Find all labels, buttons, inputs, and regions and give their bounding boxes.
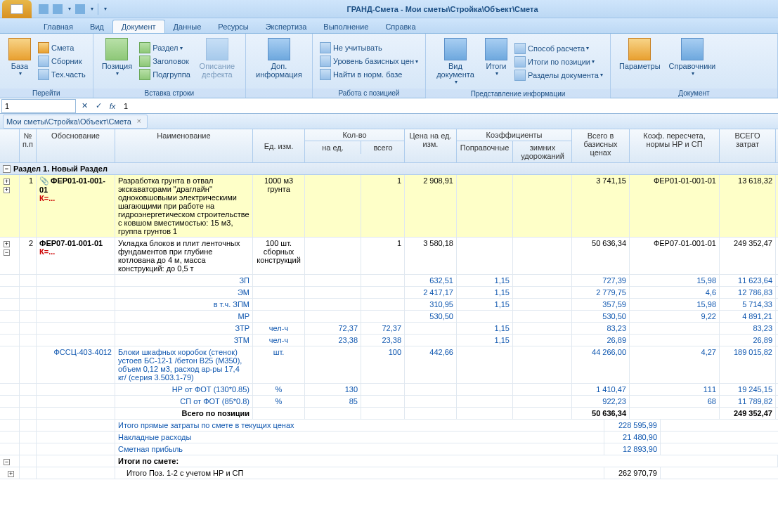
baselevel-button[interactable]: Уровень базисных цен▾ [317,55,421,67]
postotals-button[interactable]: Итоги по позиции▾ [512,56,606,68]
col-qty[interactable]: Кол-во [305,129,404,141]
totals-icon [485,38,507,60]
ribbon: База▾ Смета Сборник Тех.часть Перейти По… [0,34,778,98]
calcmethod-button[interactable]: Способ расчета▾ [512,42,606,55]
collapse-icon[interactable]: − [4,459,10,465]
collapse-icon[interactable]: − [3,165,11,173]
table-row[interactable]: Сметная прибыль 12 893,90 [0,443,778,455]
table-row[interactable]: + Итого Поз. 1-2 с учетом НР и СП 262 97… [0,467,778,479]
params-icon [628,38,651,60]
tab-resources[interactable]: Ресурсы [209,20,257,33]
defect-button[interactable]: Описание дефекта [193,35,241,87]
subgroup-button[interactable]: Подгруппа [136,68,193,81]
table-row[interactable]: ЗТР чел-ч 72,37 72,37 1,15 83,23 83,23 [0,323,778,335]
redo-icon[interactable] [75,4,85,14]
base-icon [8,38,31,60]
table-row[interactable]: ЭМ 2 417,17 1,15 2 779,75 4,6 12 786,83 [0,287,778,299]
table-row[interactable]: ФССЦ-403-4012 Блоки шкафных коробок (сте… [0,346,778,384]
col-kzim[interactable]: зимних удорожаний [513,141,572,162]
table-row[interactable]: СП от ФОТ (85*0.8) % 85 922,23 68 11 789… [0,396,778,408]
ribbon-tabs: Главная Вид Документ Данные Ресурсы Эксп… [0,18,778,34]
grid: № п.п Обоснование Наименование Ед. изм. … [0,129,778,479]
col-koef[interactable]: Коэффициенты [457,129,571,141]
undo-icon[interactable] [53,4,63,14]
table-row[interactable]: НР от ФОТ (130*0.85) % 130 1 410,47 111 … [0,384,778,396]
tab-document[interactable]: Документ [112,20,165,33]
formula-value[interactable]: 1 [119,100,778,112]
confirm-icon[interactable]: ✓ [91,99,105,113]
docview-button[interactable]: Вид документа▾ [430,35,481,88]
ribbon-group-presentation: Вид документа▾ Итоги▾ Способ расчета▾ Ит… [426,34,611,98]
table-row-itogi-header[interactable]: − Итоги по смете: [0,455,778,467]
techpart-button[interactable]: Тех.часть [35,68,89,81]
col-qall[interactable]: всего [361,141,405,154]
tab-expertise[interactable]: Экспертиза [257,20,316,33]
col-price[interactable]: Цена на ед. изм. [405,129,457,162]
header-button[interactable]: Заголовок [136,55,193,67]
totals-button[interactable]: Итоги▾ [481,35,512,88]
table-row[interactable]: МР 530,50 530,50 9,22 4 891,21 [0,311,778,323]
window-title: ГРАНД-Смета - Мои сметы\Стройка\Объект\С… [107,5,778,13]
ignore-button[interactable]: Не учитывать [317,41,421,54]
col-unit[interactable]: Ед. изм. [253,129,305,162]
save-icon[interactable] [39,4,48,14]
col-osn[interactable]: Обоснование [37,129,115,162]
info-icon [268,38,290,60]
dopinfo-button[interactable]: Доп. информация [250,35,308,87]
reference-button[interactable]: Справочники▾ [665,35,720,87]
expand-icon[interactable]: + [8,471,14,477]
app-menu-button[interactable] [2,0,32,18]
docsections-button[interactable]: Разделы документа▾ [512,69,606,82]
expand-icon[interactable]: + [4,241,10,247]
grid-header: № п.п Обоснование Наименование Ед. изм. … [0,129,778,163]
subgroup-icon [139,69,150,80]
chevron-down-icon[interactable]: ▾ [68,6,71,12]
col-kpop[interactable]: Поправочные [457,141,513,162]
collapse-icon[interactable]: − [4,249,10,256]
col-total[interactable]: ВСЕГО затрат [720,129,776,162]
formula-bar: ✕ ✓ fx 1 [0,98,778,114]
table-row[interactable]: ЗТМ чел-ч 23,38 23,38 1,15 26,89 26,89 [0,335,778,346]
tab-help[interactable]: Справка [377,20,424,33]
smeta-button[interactable]: Смета [35,41,89,54]
cancel-icon[interactable]: ✕ [77,99,91,113]
col-base[interactable]: Всего в базисных ценах [572,129,630,162]
method-icon [514,43,526,54]
col-kper[interactable]: Коэф. пересчета, нормы НР и СП [630,129,720,162]
section-header[interactable]: − Раздел 1. Новый Раздел [0,163,778,175]
table-row[interactable]: +− 2 ФЕР07-01-001-01К=... Укладка блоков… [0,238,778,275]
tab-view[interactable]: Вид [82,20,112,33]
table-row[interactable]: ЗП 632,51 1,15 727,39 15,98 11 623,64 [0,275,778,287]
table-row[interactable]: Итого прямые затраты по смете в текущих … [0,420,778,432]
fx-icon[interactable]: fx [105,99,119,113]
table-row[interactable]: в т.ч. ЗПМ 310,95 1,15 357,59 15,98 5 71… [0,299,778,311]
section-button[interactable]: Раздел▾ [136,41,193,54]
col-num[interactable]: № п.п [20,129,37,162]
ribbon-group-info: Доп. информация [246,34,313,98]
findnorm-button[interactable]: Найти в норм. базе [317,68,421,81]
close-icon[interactable]: × [134,117,144,126]
col-name[interactable]: Наименование [115,129,253,162]
document-tabs: Мои сметы\Стройка\Объект\Смета × [0,114,778,129]
table-row-total[interactable]: Всего по позиции 50 636,34 249 352,47 [0,408,778,420]
level-icon [320,56,331,67]
tab-main[interactable]: Главная [35,20,82,33]
breadcrumb-tab[interactable]: Мои сметы\Стройка\Объект\Смета × [3,115,148,129]
col-qed[interactable]: на ед. [305,141,361,154]
table-row[interactable]: Накладные расходы 21 480,90 [0,432,778,443]
base-button[interactable]: База▾ [4,35,35,87]
chevron-down-icon[interactable]: ▾ [91,6,93,12]
params-button[interactable]: Параметры [615,35,665,87]
app-icon [11,4,23,14]
expand-icon[interactable]: + [4,179,10,185]
expand-icon[interactable]: + [4,187,10,193]
tab-data[interactable]: Данные [165,20,210,33]
doc-icon [38,42,49,53]
position-button[interactable]: Позиция▾ [98,35,137,87]
table-row[interactable]: ++ 1 📎ФЕР01-01-001-01К=... Разработка гр… [0,175,778,238]
tab-execution[interactable]: Выполнение [315,20,377,33]
ribbon-group-position: Не учитывать Уровень базисных цен▾ Найти… [313,34,426,98]
cell-reference-input[interactable] [1,99,76,113]
quick-access-toolbar: ▾ ▾ ▾ [39,4,107,15]
sbornik-button[interactable]: Сборник [35,55,89,67]
